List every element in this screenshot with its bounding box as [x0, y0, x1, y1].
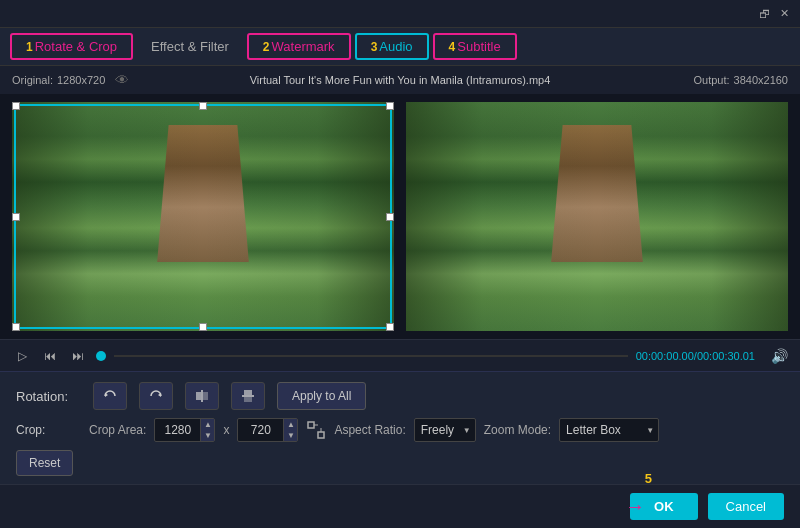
tab-effect-label: Effect & Filter: [151, 39, 229, 54]
crop-center-icon[interactable]: [306, 420, 326, 440]
step-number-5: 5: [645, 471, 652, 486]
zoom-mode-label: Zoom Mode:: [484, 423, 551, 437]
next-frame-button[interactable]: ⏭: [68, 346, 88, 366]
output-resolution: 3840x2160: [734, 74, 788, 86]
tab-number-2: 2: [263, 40, 270, 54]
svg-rect-5: [244, 390, 252, 395]
time-total: 00:00:30.01: [697, 350, 755, 362]
tab-watermark-label: Watermark: [272, 39, 335, 54]
svg-rect-6: [244, 397, 252, 402]
tab-number-3: 3: [371, 40, 378, 54]
crop-width-down[interactable]: ▼: [200, 430, 214, 441]
title-bar: 🗗 ✕: [0, 0, 800, 28]
volume-icon[interactable]: 🔊: [771, 348, 788, 364]
tab-rotate-label: Rotate & Crop: [35, 39, 117, 54]
output-label: Output:: [693, 74, 729, 86]
crop-height-input[interactable]: [238, 419, 283, 441]
controls-bar: ▷ ⏮ ⏭ 00:00:00.00/00:00:30.01 🔊: [0, 339, 800, 371]
input-video-frame: [12, 102, 394, 331]
time-display: 00:00:00.00/00:00:30.01: [636, 350, 755, 362]
footer: OK Cancel: [0, 484, 800, 528]
crop-height-input-group: ▲ ▼: [237, 418, 298, 442]
tab-bar: 1 Rotate & Crop Effect & Filter 2 Waterm…: [0, 28, 800, 66]
tab-audio-label: Audio: [379, 39, 412, 54]
crop-height-down[interactable]: ▼: [283, 430, 297, 441]
time-current: 00:00:00.00: [636, 350, 694, 362]
zoom-mode-dropdown[interactable]: Letter Box Pan & Scan Full: [559, 418, 659, 442]
video-bg-right: [406, 102, 788, 331]
svg-rect-3: [203, 392, 208, 400]
rotate-right-button[interactable]: [139, 382, 173, 410]
filename: Virtual Tour It's More Fun with You in M…: [250, 74, 551, 86]
tab-effect-filter[interactable]: Effect & Filter: [137, 35, 243, 58]
reset-row: Reset: [16, 446, 784, 476]
svg-rect-9: [318, 432, 324, 438]
video-bg-left: [12, 102, 394, 331]
eye-icon[interactable]: 👁: [115, 72, 129, 88]
svg-rect-8: [308, 422, 314, 428]
cancel-button[interactable]: Cancel: [708, 493, 784, 520]
x-separator: x: [223, 423, 229, 437]
flip-vertical-button[interactable]: [231, 382, 265, 410]
rotation-row: Rotation:: [16, 382, 784, 410]
settings-area: Rotation:: [0, 371, 800, 486]
aspect-ratio-label: Aspect Ratio:: [334, 423, 405, 437]
play-button[interactable]: ▷: [12, 346, 32, 366]
tab-number-1: 1: [26, 40, 33, 54]
rotation-label: Rotation:: [16, 389, 81, 404]
minimize-button[interactable]: 🗗: [756, 6, 772, 22]
rotate-left-button[interactable]: [93, 382, 127, 410]
crop-width-input[interactable]: [155, 419, 200, 441]
tab-subtitle-label: Subtitle: [457, 39, 500, 54]
original-label: Original:: [12, 74, 53, 86]
original-resolution: 1280x720: [57, 74, 105, 86]
aspect-ratio-dropdown[interactable]: Freely 16:9 4:3 1:1: [414, 418, 476, 442]
apply-to-all-button[interactable]: Apply to All: [277, 382, 366, 410]
svg-marker-0: [105, 393, 108, 397]
step-5-arrow: →: [625, 495, 645, 518]
flip-horizontal-button[interactable]: [185, 382, 219, 410]
tab-audio[interactable]: 3 Audio: [355, 33, 429, 60]
svg-marker-1: [158, 393, 161, 397]
crop-height-spinners: ▲ ▼: [283, 419, 297, 441]
tab-number-4: 4: [449, 40, 456, 54]
crop-height-up[interactable]: ▲: [283, 419, 297, 430]
zoom-mode-dropdown-wrap: Letter Box Pan & Scan Full: [559, 418, 659, 442]
output-video-frame: [406, 102, 788, 331]
crop-width-input-group: ▲ ▼: [154, 418, 215, 442]
reset-button[interactable]: Reset: [16, 450, 73, 476]
crop-label: Crop:: [16, 423, 81, 437]
crop-width-spinners: ▲ ▼: [200, 419, 214, 441]
info-bar: Original: 1280x720 👁 Virtual Tour It's M…: [0, 66, 800, 94]
prev-frame-button[interactable]: ⏮: [40, 346, 60, 366]
crop-row: Crop: Crop Area: ▲ ▼ x ▲ ▼ Aspect: [16, 418, 784, 442]
timeline[interactable]: [114, 355, 628, 357]
close-button[interactable]: ✕: [776, 6, 792, 22]
output-video-panel: [406, 102, 788, 331]
svg-rect-2: [196, 392, 201, 400]
timeline-dot[interactable]: [96, 351, 106, 361]
crop-width-up[interactable]: ▲: [200, 419, 214, 430]
tab-watermark[interactable]: 2 Watermark: [247, 33, 351, 60]
tab-subtitle[interactable]: 4 Subtitle: [433, 33, 517, 60]
preview-area: [0, 94, 800, 339]
input-video-panel: [12, 102, 394, 331]
crop-area-label: Crop Area:: [89, 423, 146, 437]
tab-rotate-crop[interactable]: 1 Rotate & Crop: [10, 33, 133, 60]
aspect-ratio-dropdown-wrap: Freely 16:9 4:3 1:1: [414, 418, 476, 442]
